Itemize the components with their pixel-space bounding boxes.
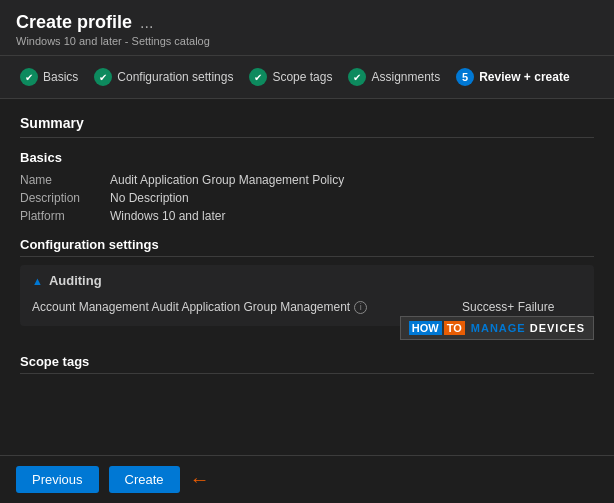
basics-subtitle: Basics (20, 150, 594, 165)
watermark-area: HOW TO MANAGE DEVICES (20, 316, 594, 340)
main-content: Summary Basics Name Audit Application Gr… (0, 99, 614, 398)
page-header: Create profile ... Windows 10 and later … (0, 0, 614, 56)
step-review[interactable]: 5 Review + create (448, 64, 577, 90)
watermark-devices: DEVICES (530, 322, 585, 334)
step-configuration-icon (94, 68, 112, 86)
name-field-row: Name Audit Application Group Management … (20, 173, 594, 187)
step-scope-label: Scope tags (272, 70, 332, 84)
basics-subsection: Basics Name Audit Application Group Mana… (20, 150, 594, 223)
chevron-up-icon: ▲ (32, 275, 43, 287)
info-icon[interactable]: i (354, 301, 367, 314)
step-assignments[interactable]: Assignments (340, 64, 448, 90)
step-basics-label: Basics (43, 70, 78, 84)
name-label: Name (20, 173, 110, 187)
step-review-icon: 5 (456, 68, 474, 86)
name-value: Audit Application Group Management Polic… (110, 173, 344, 187)
more-options-button[interactable]: ... (140, 14, 153, 32)
watermark-to: TO (444, 321, 465, 335)
step-basics[interactable]: Basics (12, 64, 86, 90)
scope-section: Scope tags (20, 354, 594, 374)
config-subtitle: Configuration settings (20, 237, 594, 257)
watermark-manage: MANAGE (471, 322, 526, 334)
step-configuration[interactable]: Configuration settings (86, 64, 241, 90)
audit-item-name: Account Management Audit Application Gro… (32, 300, 462, 314)
scope-tags-title: Scope tags (20, 354, 594, 374)
audit-item-row: Account Management Audit Application Gro… (32, 296, 582, 318)
create-button[interactable]: Create (109, 466, 180, 493)
step-configuration-label: Configuration settings (117, 70, 233, 84)
steps-bar: Basics Configuration settings Scope tags… (0, 56, 614, 99)
platform-value: Windows 10 and later (110, 209, 225, 223)
audit-item-name-text: Account Management Audit Application Gro… (32, 300, 350, 314)
summary-title: Summary (20, 115, 594, 138)
audit-group-header[interactable]: ▲ Auditing (32, 273, 582, 288)
step-review-label: Review + create (479, 70, 569, 84)
step-scope-tags[interactable]: Scope tags (241, 64, 340, 90)
previous-button[interactable]: Previous (16, 466, 99, 493)
footer: Previous Create ← (0, 455, 614, 503)
step-assignments-label: Assignments (371, 70, 440, 84)
config-subsection: Configuration settings ▲ Auditing Accoun… (20, 237, 594, 326)
description-value: No Description (110, 191, 189, 205)
watermark: HOW TO MANAGE DEVICES (400, 316, 594, 340)
description-label: Description (20, 191, 110, 205)
audit-item-value: Success+ Failure (462, 300, 582, 314)
platform-label: Platform (20, 209, 110, 223)
watermark-how: HOW (409, 321, 442, 335)
platform-field-row: Platform Windows 10 and later (20, 209, 594, 223)
step-basics-icon (20, 68, 38, 86)
arrow-icon: ← (190, 468, 210, 491)
page-title: Create profile (16, 12, 132, 33)
page-subtitle: Windows 10 and later - Settings catalog (16, 35, 598, 47)
step-scope-icon (249, 68, 267, 86)
description-field-row: Description No Description (20, 191, 594, 205)
step-assignments-icon (348, 68, 366, 86)
audit-group-label: Auditing (49, 273, 102, 288)
